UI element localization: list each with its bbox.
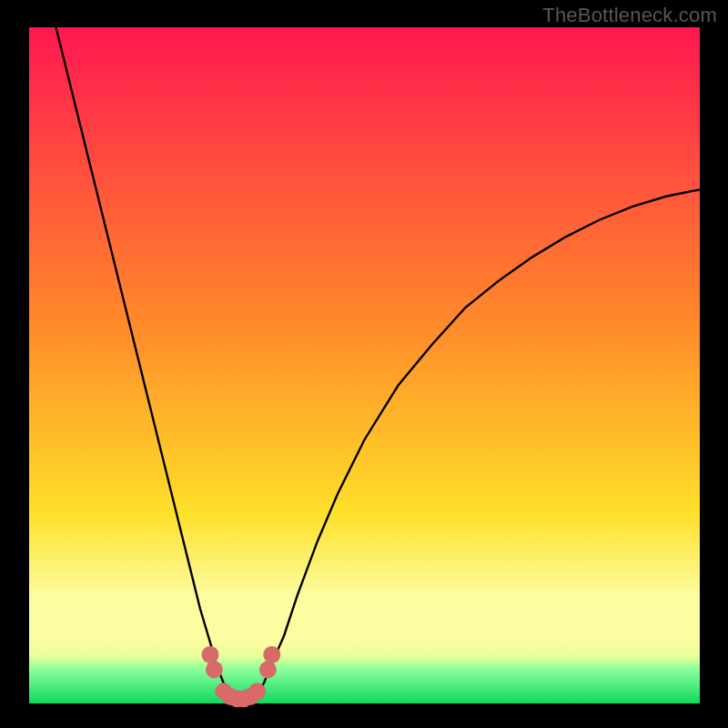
watermark-text: TheBottleneck.com — [542, 4, 717, 27]
plot-background — [29, 27, 700, 703]
bottleneck-chart — [0, 0, 728, 728]
marker-point — [248, 682, 266, 700]
marker-point — [263, 646, 280, 663]
marker-point — [259, 661, 277, 678]
chart-frame: TheBottleneck.com — [0, 0, 728, 728]
marker-point — [206, 661, 223, 678]
marker-point — [201, 646, 218, 663]
